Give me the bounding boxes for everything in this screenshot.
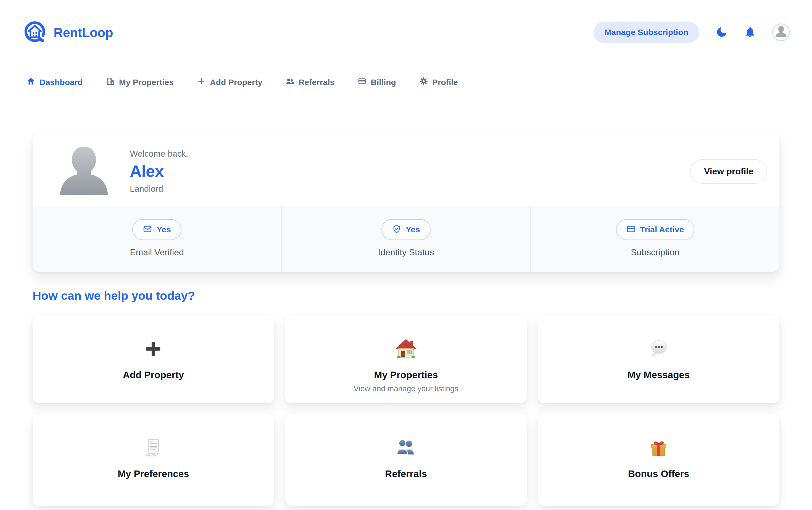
tab-billing[interactable]: Billing [358,77,396,88]
welcome-top: Welcome back, Alex Landlord View profile [33,134,779,206]
tab-my-properties[interactable]: My Properties [106,77,174,88]
greeting-text: Welcome back, [130,149,188,159]
card-my-messages[interactable]: My Messages [538,315,779,403]
home-icon [27,77,35,88]
person-silhouette-icon [773,24,789,40]
profile-avatar [52,144,116,199]
card-bonus-offers[interactable]: Bonus Offers [538,414,779,506]
view-profile-button[interactable]: View profile [690,159,767,184]
status-label: Subscription [531,247,779,257]
building-icon [106,77,115,88]
identity-badge: Yes [381,219,431,240]
main-nav: Dashboard My Properties Add Proper [0,65,812,88]
welcome-text: Welcome back, Alex Landlord [130,149,188,194]
moon-icon [715,26,728,39]
page-with-curl-emoji-icon [142,434,164,461]
gift-emoji-icon [648,434,670,461]
tab-dashboard[interactable]: Dashboard [27,77,83,88]
credit-card-icon [627,224,636,235]
subscription-badge: Trial Active [616,219,695,240]
tab-profile[interactable]: Profile [419,77,458,88]
busts-in-silhouette-emoji-icon [395,434,417,461]
plus-icon [197,77,206,88]
header-actions: Manage Subscription [593,22,790,43]
status-strip: Yes Email Verified Yes Identity Status [33,206,779,272]
status-label: Email Verified [33,247,281,257]
card-my-properties[interactable]: My Properties View and manage your listi… [285,315,527,403]
shield-check-icon [392,224,401,235]
header-avatar[interactable] [772,24,790,41]
bell-icon [744,26,756,39]
gear-icon [419,77,428,88]
credit-card-icon [358,77,367,88]
theme-toggle-button[interactable] [715,26,728,39]
notifications-button[interactable] [744,26,756,39]
app-header: RentLoop Manage Subscription [0,0,812,65]
plus-icon [144,336,163,362]
status-label: Identity Status [282,247,530,257]
manage-subscription-button[interactable]: Manage Subscription [593,22,699,43]
status-identity: Yes Identity Status [281,206,530,272]
tab-add-property[interactable]: Add Property [197,77,262,88]
card-my-preferences[interactable]: My Preferences [33,414,274,506]
status-subscription: Trial Active Subscription [530,206,779,272]
brand[interactable]: RentLoop [22,19,113,46]
house-loop-icon [22,19,48,46]
help-cards-grid: Add Property My Properties View and mana… [33,315,779,506]
mail-icon [143,224,152,235]
tab-referrals[interactable]: Referrals [286,77,335,88]
speech-balloon-emoji-icon [648,336,670,362]
house-emoji-icon [395,336,417,362]
user-name: Alex [130,162,188,181]
card-add-property[interactable]: Add Property [33,315,274,403]
people-icon [286,77,294,88]
brand-name: RentLoop [54,25,113,40]
welcome-card: Welcome back, Alex Landlord View profile… [33,134,779,272]
card-referrals[interactable]: Referrals [285,414,527,506]
help-heading: How can we help you today? [33,289,779,303]
user-role: Landlord [130,184,188,194]
email-verified-badge: Yes [132,219,181,240]
status-email-verified: Yes Email Verified [33,206,281,272]
